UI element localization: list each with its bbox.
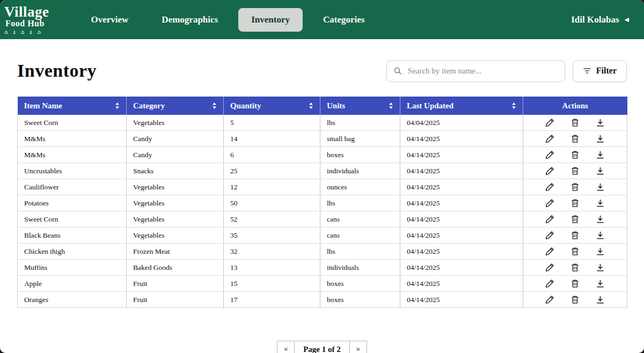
table-cell: M&Ms xyxy=(18,147,127,163)
search-input[interactable] xyxy=(407,66,558,76)
table-row: M&MsCandy6boxes04/14/2025 xyxy=(18,147,627,163)
table-row: Sweet CornVegetables5lbs04/04/2025 xyxy=(18,115,627,131)
table-cell: Sweet Corn xyxy=(18,211,127,227)
download-button[interactable] xyxy=(594,246,606,257)
sort-icon[interactable] xyxy=(309,102,313,109)
table-cell: 04/14/2025 xyxy=(400,292,523,308)
column-header-item-name[interactable]: Item Name xyxy=(18,97,127,115)
download-button[interactable] xyxy=(594,214,606,225)
column-header-units[interactable]: Units xyxy=(320,97,400,115)
column-header-last-updated[interactable]: Last Updated xyxy=(400,97,523,115)
download-button[interactable] xyxy=(594,230,606,241)
edit-button[interactable] xyxy=(544,230,556,241)
download-button[interactable] xyxy=(594,149,606,160)
delete-button[interactable] xyxy=(569,230,581,241)
delete-button[interactable] xyxy=(569,165,581,176)
download-button[interactable] xyxy=(594,278,606,289)
table-row: PotatoesVegetables50lbs04/14/2025 xyxy=(18,195,627,211)
table-cell: Muffins xyxy=(18,260,127,276)
download-icon xyxy=(596,263,605,272)
delete-button[interactable] xyxy=(569,197,581,209)
sort-icon[interactable] xyxy=(212,102,217,109)
download-icon xyxy=(596,118,605,127)
edit-button[interactable] xyxy=(544,181,556,193)
table-cell: cans xyxy=(320,227,400,244)
nav-item-demographics[interactable]: Demographics xyxy=(149,8,231,32)
table-row: Chicken thighFrozen Meat32lbs04/14/2025 xyxy=(18,244,627,260)
actions-cell xyxy=(523,163,627,179)
download-icon xyxy=(596,231,605,240)
download-icon xyxy=(596,166,605,175)
download-button[interactable] xyxy=(594,181,606,193)
pagination-next-button[interactable]: » xyxy=(349,341,367,353)
table-cell: boxes xyxy=(320,276,400,292)
edit-button[interactable] xyxy=(544,262,556,273)
table-cell: 04/14/2025 xyxy=(400,195,523,211)
download-button[interactable] xyxy=(594,197,606,209)
delete-button[interactable] xyxy=(569,294,581,305)
edit-button[interactable] xyxy=(544,294,556,305)
download-button[interactable] xyxy=(594,165,606,176)
pagination: « Page 1 of 2 » xyxy=(17,341,627,353)
column-header-category[interactable]: Category xyxy=(127,97,224,115)
trash-icon xyxy=(570,166,580,175)
edit-button[interactable] xyxy=(544,197,556,209)
table-cell: 5 xyxy=(224,115,320,131)
download-button[interactable] xyxy=(594,133,606,144)
delete-button[interactable] xyxy=(569,133,581,144)
nav-item-categories[interactable]: Categories xyxy=(310,8,377,32)
filter-button[interactable]: Filter xyxy=(573,60,627,82)
edit-button[interactable] xyxy=(544,278,556,289)
pagination-status: Page 1 of 2 xyxy=(294,341,350,353)
brand-name-line2: Food Hub xyxy=(5,19,49,28)
table-cell: 04/04/2025 xyxy=(400,115,523,131)
top-navbar: Village Food Hub ⌂ ⍋ ⌂ ⍋ ⌂ OverviewDemog… xyxy=(0,0,644,39)
delete-button[interactable] xyxy=(569,246,581,257)
sort-icon[interactable] xyxy=(389,102,393,109)
user-name: Idil Kolabas xyxy=(571,14,619,25)
delete-button[interactable] xyxy=(569,149,581,160)
table-cell: 35 xyxy=(224,227,320,244)
edit-button[interactable] xyxy=(544,149,556,160)
table-cell: 04/14/2025 xyxy=(400,244,523,260)
column-header-quantity[interactable]: Quantity xyxy=(224,97,320,115)
download-icon xyxy=(596,182,605,192)
actions-cell xyxy=(523,244,627,260)
table-cell: 04/14/2025 xyxy=(400,179,523,195)
actions-cell xyxy=(523,179,627,195)
download-button[interactable] xyxy=(594,262,606,273)
nav-item-inventory[interactable]: Inventory xyxy=(238,8,303,32)
nav-item-overview[interactable]: Overview xyxy=(78,8,142,32)
edit-button[interactable] xyxy=(544,165,556,176)
pagination-prev-button[interactable]: « xyxy=(277,341,295,353)
delete-button[interactable] xyxy=(569,181,581,193)
table-cell: Snacks xyxy=(127,163,224,179)
table-cell: 04/14/2025 xyxy=(400,163,523,179)
pencil-icon xyxy=(545,198,554,208)
delete-button[interactable] xyxy=(569,278,581,289)
edit-button[interactable] xyxy=(544,117,556,128)
table-cell: Sweet Corn xyxy=(18,115,127,131)
trash-icon xyxy=(570,182,580,192)
table-cell: Vegetables xyxy=(127,227,224,244)
nav-items: OverviewDemographicsInventoryCategories xyxy=(78,8,378,32)
sort-icon[interactable] xyxy=(511,102,516,109)
table-cell: 25 xyxy=(224,163,320,179)
actions-cell xyxy=(523,131,627,147)
pencil-icon xyxy=(545,279,554,288)
download-button[interactable] xyxy=(594,294,606,305)
download-icon xyxy=(596,134,605,143)
edit-button[interactable] xyxy=(544,246,556,257)
table-cell: Black Beans xyxy=(18,227,127,244)
brand-logo[interactable]: Village Food Hub ⌂ ⍋ ⌂ ⍋ ⌂ xyxy=(4,4,49,35)
edit-button[interactable] xyxy=(544,214,556,225)
user-menu[interactable]: Idil Kolabas ◀ xyxy=(571,14,629,25)
delete-button[interactable] xyxy=(569,214,581,225)
download-icon xyxy=(596,247,605,256)
download-button[interactable] xyxy=(594,117,606,128)
download-icon xyxy=(596,198,605,208)
delete-button[interactable] xyxy=(569,262,581,273)
sort-icon[interactable] xyxy=(115,102,120,109)
delete-button[interactable] xyxy=(569,117,581,128)
edit-button[interactable] xyxy=(544,133,556,144)
